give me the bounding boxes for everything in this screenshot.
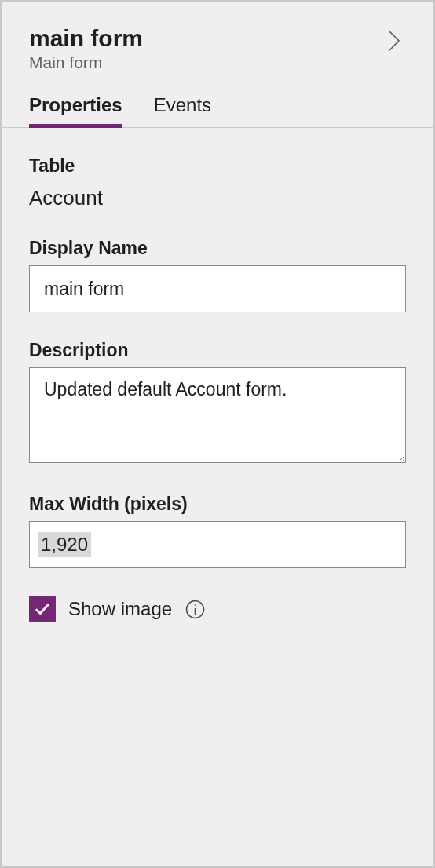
max-width-label: Max Width (pixels): [29, 494, 406, 515]
table-label: Table: [29, 155, 406, 177]
description-label: Description: [29, 340, 406, 361]
checkmark-icon: [34, 600, 51, 618]
display-name-input[interactable]: [29, 265, 406, 312]
tab-properties[interactable]: Properties: [29, 94, 122, 127]
show-image-label: Show image: [68, 598, 172, 620]
properties-content: Table Account Display Name Description U…: [2, 128, 433, 622]
tab-events[interactable]: Events: [154, 94, 211, 127]
max-width-value: 1,920: [38, 532, 91, 557]
panel-header: main form Main form: [2, 2, 433, 72]
show-image-info-button[interactable]: [185, 599, 206, 620]
chevron-right-icon: [387, 29, 401, 53]
description-input[interactable]: Updated default Account form.: [29, 367, 406, 463]
show-image-checkbox[interactable]: [29, 596, 56, 622]
tabs: Properties Events: [2, 72, 433, 128]
properties-panel: main form Main form Properties Events Ta…: [2, 2, 433, 866]
panel-subtitle: Main form: [29, 53, 406, 72]
svg-point-1: [195, 604, 196, 606]
collapse-button[interactable]: [382, 29, 406, 53]
info-icon: [185, 599, 206, 620]
description-group: Description Updated default Account form…: [29, 340, 406, 466]
table-value: Account: [29, 186, 406, 210]
max-width-group: Max Width (pixels) 1,920: [29, 494, 406, 568]
display-name-label: Display Name: [29, 238, 406, 259]
show-image-row: Show image: [29, 596, 406, 622]
max-width-input[interactable]: 1,920: [29, 521, 406, 568]
display-name-group: Display Name: [29, 238, 406, 312]
panel-title: main form: [29, 25, 406, 52]
